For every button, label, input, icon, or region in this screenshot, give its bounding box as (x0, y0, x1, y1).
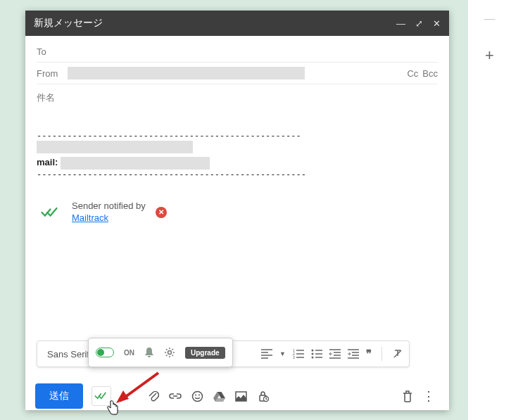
side-panel-toggle-icon[interactable]: ― (484, 13, 496, 25)
signature-mail-redacted (61, 157, 210, 170)
signature-mail-label: mail: (37, 157, 58, 167)
align-icon[interactable] (261, 349, 272, 359)
gmail-side-panel: ― + (467, 0, 511, 420)
image-icon[interactable] (235, 391, 247, 402)
upgrade-button[interactable]: Upgrade (185, 347, 225, 359)
compose-bottom-toolbar: 送信 ⋮ (35, 382, 439, 410)
quote-icon[interactable]: ❞ (366, 348, 372, 360)
compose-header-fields: To From Cc Bcc 件名 (25, 36, 449, 111)
subject-placeholder: 件名 (37, 91, 55, 104)
indent-increase-icon[interactable] (348, 349, 359, 359)
compose-titlebar: 新規メッセージ — ⤢ ✕ (25, 11, 449, 36)
more-options-icon[interactable]: ⋮ (422, 388, 434, 404)
mailtrack-double-check-icon (41, 206, 62, 219)
mailtrack-toggle[interactable] (96, 348, 114, 357)
expand-icon[interactable]: ⤢ (415, 18, 423, 29)
signature-line-redacted (37, 141, 193, 153)
svg-point-9 (198, 394, 200, 395)
attach-icon[interactable] (148, 390, 159, 402)
close-icon[interactable]: ✕ (433, 18, 441, 29)
svg-point-8 (195, 394, 196, 395)
mailtrack-toggle-label: ON (124, 349, 134, 357)
bullet-list-icon[interactable] (311, 349, 322, 359)
from-field-row[interactable]: From Cc Bcc (37, 63, 438, 84)
mailtrack-link[interactable]: Mailtrack (72, 212, 108, 223)
mailtrack-notified-text: Sender notified by (72, 201, 146, 212)
svg-point-7 (193, 391, 203, 401)
link-icon[interactable] (169, 393, 182, 400)
font-family-selector[interactable]: Sans Serif (43, 349, 94, 359)
mailtrack-dismiss-icon[interactable]: ✕ (156, 207, 167, 218)
svg-point-4 (312, 353, 314, 355)
mailtrack-notification: Sender notified by Mailtrack ✕ (37, 201, 438, 224)
indent-decrease-icon[interactable] (329, 349, 341, 359)
svg-text:3: 3 (293, 355, 295, 359)
mailtrack-toolbar-button[interactable] (92, 386, 111, 406)
chevron-down-icon[interactable]: ▼ (279, 350, 286, 357)
confidential-icon[interactable] (257, 390, 269, 402)
from-label: From (37, 68, 65, 79)
add-addon-icon[interactable]: + (485, 46, 494, 65)
bell-icon[interactable] (144, 347, 154, 358)
numbered-list-icon[interactable]: 123 (293, 349, 304, 359)
to-label: To (37, 46, 65, 57)
minimize-icon[interactable]: — (396, 18, 405, 29)
send-button[interactable]: 送信 (35, 383, 83, 409)
drive-icon[interactable] (213, 391, 225, 402)
subject-field[interactable]: 件名 (37, 84, 438, 111)
svg-point-5 (312, 357, 314, 359)
signature-divider-bottom: ----------------------------------------… (37, 170, 438, 179)
svg-point-6 (168, 351, 172, 355)
bcc-link[interactable]: Bcc (422, 68, 438, 79)
cc-link[interactable]: Cc (407, 68, 418, 79)
mailtrack-settings-popup: ON Upgrade (88, 338, 233, 367)
clear-formatting-icon[interactable] (392, 348, 403, 359)
compose-title: 新規メッセージ (34, 17, 396, 30)
from-value-redacted (68, 67, 305, 79)
gear-icon[interactable] (164, 347, 175, 358)
signature-divider-top: ----------------------------------------… (37, 131, 438, 141)
svg-point-3 (312, 350, 314, 352)
emoji-icon[interactable] (191, 390, 203, 402)
to-field-row[interactable]: To (37, 42, 438, 63)
delete-icon[interactable] (403, 390, 412, 402)
